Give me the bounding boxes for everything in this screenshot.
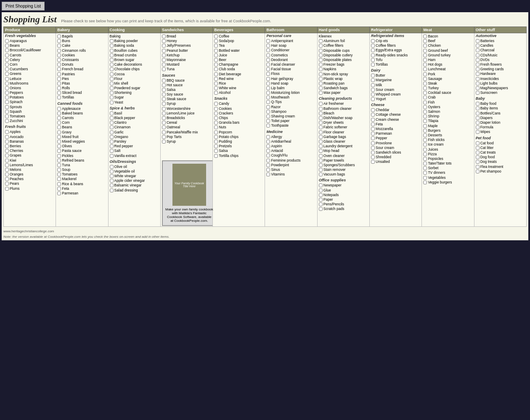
cb-parmesan-can[interactable] [57,191,61,195]
cb-syrup[interactable] [162,102,166,106]
cb-cinnamon[interactable] [110,125,114,129]
cb-tofu[interactable] [371,58,375,62]
cb-groundbeef[interactable] [423,49,427,53]
cb-steaksauce[interactable] [162,97,166,101]
cb-berries[interactable] [5,144,9,148]
cb-beer[interactable] [214,58,218,62]
cb-oliveoil[interactable] [110,165,114,169]
cb-clubsoda[interactable] [214,67,218,71]
cb-vitamins[interactable] [266,173,270,176]
cb-charcoal[interactable] [476,48,480,52]
cb-tea[interactable] [214,44,218,48]
cb-grapes[interactable] [5,154,9,157]
cb-chocolate[interactable] [110,67,114,71]
cb-soda[interactable] [214,39,218,43]
cb-rice-beans[interactable] [57,182,61,186]
cb-newspaper[interactable] [319,183,323,187]
cb-lipbalm[interactable] [266,86,270,90]
cb-mixshell[interactable] [110,82,114,85]
cb-shampoo[interactable] [266,110,270,114]
cb-catfood[interactable] [476,141,480,145]
cb-oatmeal[interactable] [162,125,166,129]
cb-babyitems[interactable] [476,106,480,110]
cb-redwine[interactable] [214,77,218,81]
cb-potatoes[interactable] [5,96,9,99]
cb-greens[interactable] [5,72,9,76]
cb-freshflowers[interactable] [476,63,480,66]
cb-soup[interactable] [57,168,61,172]
cb-cookies-sn[interactable] [214,107,218,111]
cb-cereal[interactable] [162,121,166,125]
cb-cocktailsauce[interactable] [423,91,427,95]
cb-creamcheese[interactable] [371,118,375,122]
cb-razor[interactable] [266,105,270,109]
cb-conditioner[interactable] [266,48,270,52]
cb-yogurt-d[interactable] [371,97,375,101]
cb-alcohol[interactable] [214,91,218,95]
cb-coffee[interactable] [214,35,218,38]
cb-bathroomcleaner[interactable] [319,107,323,111]
cb-cosmetics[interactable] [266,53,270,57]
cb-greetingcards[interactable] [476,67,480,71]
cb-shavingcream[interactable] [266,114,270,118]
cb-butter[interactable] [371,74,375,77]
cb-baking-soda[interactable] [110,44,114,48]
cb-cucumbers[interactable] [5,67,9,71]
cb-margarine[interactable] [371,78,375,82]
cb-cilantro[interactable] [110,121,114,125]
cb-desserts[interactable] [423,133,427,137]
cb-hardware[interactable] [476,72,480,76]
cb-roastingpan[interactable] [319,82,323,85]
cb-cookies[interactable] [57,53,61,57]
cb-tuna-can[interactable] [57,163,61,167]
cb-sorbet[interactable] [423,166,427,170]
cb-croissants[interactable] [57,58,61,62]
cb-pastries[interactable] [57,72,61,76]
cb-qtips[interactable] [266,100,270,104]
cb-honey[interactable] [162,39,166,43]
cb-juices-m[interactable] [423,148,427,152]
cb-applesauce[interactable] [57,107,61,111]
cb-candles[interactable] [476,44,480,48]
cb-allergy[interactable] [266,135,270,139]
cb-vegetableoil[interactable] [110,170,114,173]
cb-coffeefilters[interactable] [319,44,323,48]
cb-melons[interactable] [5,168,9,172]
cb-garbagebags[interactable] [319,135,323,139]
cb-formula[interactable] [476,125,480,129]
cb-popcorn[interactable] [214,130,218,134]
cb-avocado[interactable] [5,135,9,139]
cb-magazines[interactable] [476,86,480,90]
cb-shredded[interactable] [371,155,375,159]
cb-coffeefilters-r[interactable] [371,44,375,48]
cb-eggs[interactable] [371,48,375,52]
cb-sponges[interactable] [319,163,323,167]
cb-aspirin[interactable] [266,144,270,148]
cb-penspencils[interactable] [319,202,323,206]
cb-wipes[interactable] [476,130,480,134]
cb-feta-r[interactable] [371,122,375,126]
cb-nuts[interactable] [214,125,218,129]
cb-floorcleaner[interactable] [319,130,323,134]
cb-tortillas-r[interactable] [371,63,375,66]
cb-vanilla[interactable] [110,154,114,158]
cb-mixed-fruit[interactable] [57,135,61,139]
cb-flour[interactable] [110,77,114,81]
cb-mayo[interactable] [162,58,166,62]
cb-sandwich-slices[interactable] [371,151,375,154]
cb-steak[interactable] [423,82,427,85]
cb-redpepper[interactable] [110,144,114,148]
cb-mouthwash[interactable] [266,96,270,99]
cb-lemonjuice[interactable] [162,112,166,115]
cb-sausage[interactable] [423,77,427,81]
cb-yeast[interactable] [110,101,114,104]
cb-can-corn[interactable] [57,121,61,125]
cb-dietbev[interactable] [214,72,218,76]
cb-maple[interactable] [423,124,427,128]
cb-mozzarella[interactable] [371,127,375,131]
cb-scratchpads[interactable] [319,207,323,211]
cb-bleach[interactable] [319,112,323,115]
cb-deodorant[interactable] [266,58,270,62]
cb-lunchmeat[interactable] [423,67,427,71]
cb-antidiarrheal[interactable] [266,140,270,144]
